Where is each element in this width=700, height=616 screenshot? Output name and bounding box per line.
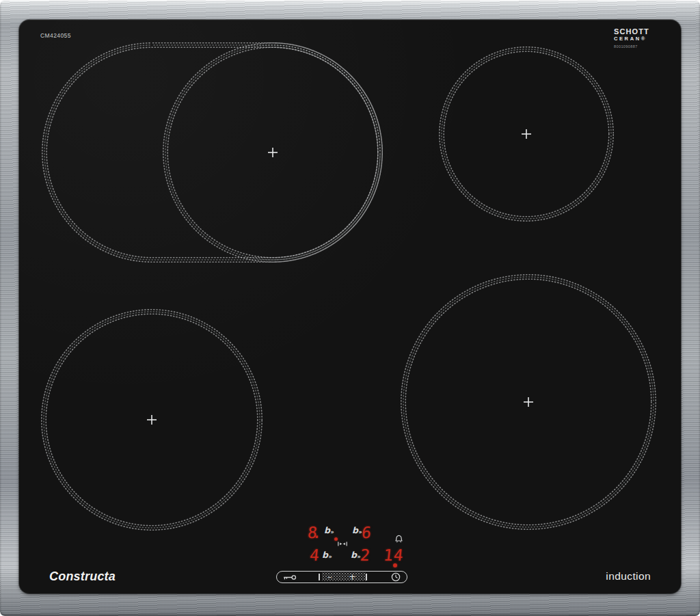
timer-display: 14 (383, 548, 405, 563)
constructa-logo: Constructa (49, 570, 116, 584)
strip-divider (319, 574, 320, 580)
rear-right-power-display: 6 (361, 525, 372, 541)
booster-indicator-rear-left: b» (324, 526, 334, 535)
schott-ceran-logo: SCHOTT CERAN® 8001090887 (614, 28, 662, 49)
schott-logo-line2: CERAN® (614, 36, 662, 42)
timer-button[interactable] (391, 572, 401, 582)
rear-left-power-display: 8. (307, 525, 318, 541)
booster-indicator-front-right: b» (351, 551, 361, 560)
key-icon (284, 575, 295, 579)
strip-divider (366, 574, 367, 580)
plus-button[interactable]: + (349, 572, 356, 582)
clock-icon (392, 573, 399, 580)
touch-control-strip: – + (276, 571, 407, 583)
minus-button[interactable]: – (327, 572, 332, 582)
timer-bell-icon (394, 534, 403, 544)
front-right-power-display: 2 (360, 548, 371, 563)
schott-logo-line1: SCHOTT (614, 28, 662, 36)
induction-cooktop: CM424055 SCHOTT CERAN® 8001090887 Constr… (0, 0, 700, 616)
bridge-zone-icon (338, 541, 347, 546)
timer-indicator-dot (393, 563, 397, 567)
booster-indicator-front-left: b» (322, 551, 332, 560)
booster-indicator-rear-right: b» (352, 526, 362, 535)
power-indicator-dot (334, 537, 338, 541)
ceramic-glass-surface (19, 20, 681, 593)
model-number: CM424055 (40, 32, 71, 39)
induction-label: induction (582, 570, 651, 582)
child-lock-button[interactable] (283, 574, 297, 580)
front-left-power-display: 4 (309, 548, 320, 563)
glass-serial-number: 8001090887 (614, 45, 662, 49)
